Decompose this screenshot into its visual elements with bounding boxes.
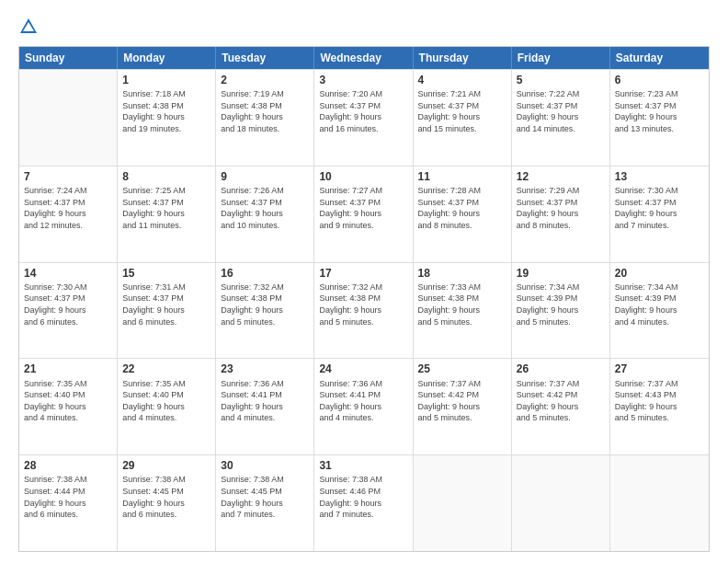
cell-content-line: Daylight: 9 hours [24,498,112,510]
cell-content-line: Sunrise: 7:36 AM [221,378,309,390]
table-row: 14Sunrise: 7:30 AMSunset: 4:37 PMDayligh… [19,263,118,359]
day-number: 14 [24,266,112,281]
cell-content-line: Sunset: 4:37 PM [122,293,210,304]
cell-content-line: and 5 minutes. [615,412,704,424]
table-row: 22Sunrise: 7:35 AMSunset: 4:40 PMDayligh… [118,359,216,454]
cal-header-sunday: Sunday [19,47,118,69]
table-row: 21Sunrise: 7:35 AMSunset: 4:40 PMDayligh… [19,359,118,454]
day-number: 21 [24,362,112,376]
cell-content-line: and 5 minutes. [319,316,407,328]
day-number: 16 [221,266,309,281]
cell-content-line: Sunrise: 7:19 AM [221,88,309,100]
day-number: 4 [418,73,506,87]
calendar-body: 1Sunrise: 7:18 AMSunset: 4:38 PMDaylight… [19,69,709,551]
cell-content-line: and 4 minutes. [615,316,704,328]
cell-content-line: and 10 minutes. [221,220,309,232]
cell-content-line: Daylight: 9 hours [221,401,309,413]
cell-content-line: Sunset: 4:37 PM [517,197,605,209]
cell-content-line: and 15 minutes. [418,123,506,135]
table-row: 11Sunrise: 7:28 AMSunset: 4:37 PMDayligh… [414,167,512,262]
cell-content-line: and 4 minutes. [24,412,112,424]
cell-content-line: Sunrise: 7:29 AM [517,185,605,197]
cell-content-line: Sunset: 4:37 PM [24,197,112,209]
cell-content-line: and 6 minutes. [122,316,210,328]
cell-content-line: and 6 minutes. [24,316,112,328]
day-number: 2 [221,73,309,87]
day-number: 10 [319,169,407,184]
cell-content-line: Daylight: 9 hours [517,111,605,123]
cell-content-line: Sunset: 4:43 PM [615,389,704,401]
cell-content-line: and 18 minutes. [221,123,309,135]
logo [18,17,40,37]
cell-content-line: Daylight: 9 hours [615,208,704,220]
day-number: 22 [122,362,210,376]
table-row [414,455,512,551]
cell-content-line: Daylight: 9 hours [24,304,112,316]
cal-header-monday: Monday [118,47,216,69]
day-number: 3 [319,73,407,87]
cell-content-line: and 11 minutes. [122,220,210,232]
day-number: 9 [221,169,309,184]
day-number: 19 [517,266,605,281]
cal-week-3: 14Sunrise: 7:30 AMSunset: 4:37 PMDayligh… [19,262,709,359]
cell-content-line: Sunset: 4:44 PM [24,486,112,498]
cell-content-line: Daylight: 9 hours [221,111,309,123]
cell-content-line: Sunrise: 7:37 AM [615,378,704,390]
cal-week-4: 21Sunrise: 7:35 AMSunset: 4:40 PMDayligh… [19,358,709,454]
table-row: 24Sunrise: 7:36 AMSunset: 4:41 PMDayligh… [314,359,413,454]
cell-content-line: Sunset: 4:38 PM [221,100,309,112]
day-number: 28 [24,458,112,473]
cal-week-1: 1Sunrise: 7:18 AMSunset: 4:38 PMDaylight… [19,69,709,166]
calendar: SundayMondayTuesdayWednesdayThursdayFrid… [18,46,710,552]
cell-content-line: Daylight: 9 hours [122,111,210,123]
cell-content-line: Daylight: 9 hours [221,208,309,220]
cell-content-line: Sunrise: 7:36 AM [319,378,407,390]
cell-content-line: Daylight: 9 hours [418,401,506,413]
cell-content-line: Sunrise: 7:27 AM [319,185,407,197]
day-number: 18 [418,266,506,281]
cell-content-line: Daylight: 9 hours [319,304,407,316]
cell-content-line: Sunset: 4:38 PM [418,293,506,304]
table-row: 26Sunrise: 7:37 AMSunset: 4:42 PMDayligh… [512,359,610,454]
cell-content-line: and 5 minutes. [517,412,605,424]
cell-content-line: Daylight: 9 hours [221,304,309,316]
table-row: 28Sunrise: 7:38 AMSunset: 4:44 PMDayligh… [19,455,118,551]
day-number: 8 [122,169,210,184]
cell-content-line: Sunrise: 7:35 AM [122,378,210,390]
cell-content-line: and 4 minutes. [221,412,309,424]
cell-content-line: and 4 minutes. [319,412,407,424]
cell-content-line: Sunset: 4:37 PM [221,197,309,209]
cell-content-line: Sunset: 4:37 PM [418,197,506,209]
day-number: 24 [319,362,407,376]
cal-header-friday: Friday [512,47,610,69]
cell-content-line: Sunrise: 7:31 AM [122,282,210,293]
cal-header-thursday: Thursday [414,47,512,69]
cal-header-tuesday: Tuesday [216,47,314,69]
table-row: 15Sunrise: 7:31 AMSunset: 4:37 PMDayligh… [118,263,216,359]
table-row: 10Sunrise: 7:27 AMSunset: 4:37 PMDayligh… [314,167,413,262]
table-row: 23Sunrise: 7:36 AMSunset: 4:41 PMDayligh… [216,359,314,454]
cell-content-line: and 12 minutes. [24,220,112,232]
cell-content-line: Sunrise: 7:37 AM [517,378,605,390]
cell-content-line: Sunset: 4:37 PM [517,100,605,112]
cell-content-line: Sunrise: 7:37 AM [418,378,506,390]
cell-content-line: Sunrise: 7:26 AM [221,185,309,197]
cell-content-line: and 16 minutes. [319,123,407,135]
cal-week-2: 7Sunrise: 7:24 AMSunset: 4:37 PMDaylight… [19,166,709,262]
cell-content-line: Sunset: 4:37 PM [24,293,112,304]
cal-week-5: 28Sunrise: 7:38 AMSunset: 4:44 PMDayligh… [19,454,709,551]
cell-content-line: Sunset: 4:39 PM [517,293,605,304]
cell-content-line: Daylight: 9 hours [319,401,407,413]
cell-content-line: Sunrise: 7:18 AM [122,88,210,100]
cell-content-line: Sunset: 4:42 PM [418,389,506,401]
cell-content-line: Sunrise: 7:32 AM [221,282,309,293]
cell-content-line: and 7 minutes. [615,220,704,232]
cell-content-line: Sunrise: 7:30 AM [24,282,112,293]
cell-content-line: and 7 minutes. [221,509,309,521]
cell-content-line: Sunset: 4:40 PM [122,389,210,401]
cell-content-line: Sunrise: 7:21 AM [418,88,506,100]
cell-content-line: and 13 minutes. [615,123,704,135]
cell-content-line: Daylight: 9 hours [24,401,112,413]
cell-content-line: Sunset: 4:41 PM [221,389,309,401]
cell-content-line: Sunrise: 7:32 AM [319,282,407,293]
